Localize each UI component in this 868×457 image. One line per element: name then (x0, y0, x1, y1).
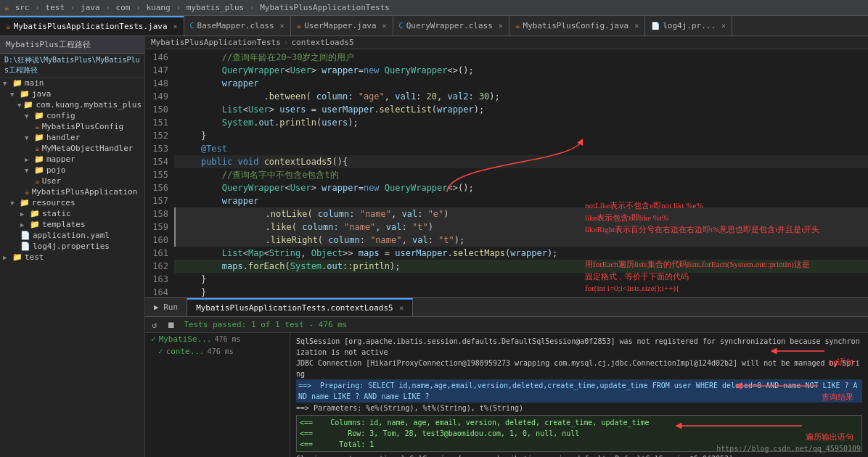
code-line-156: QueryWrapper<User> wrapper=new QueryWrap… (174, 181, 868, 194)
tab-close-1[interactable]: × (280, 22, 284, 30)
tab-close-5[interactable]: × (721, 22, 726, 30)
folder-icon: 📁 (12, 252, 22, 262)
breadcrumb-com[interactable]: com (113, 3, 134, 12)
tab-usermapper[interactable]: ☕ UserMapper.java × (291, 16, 393, 36)
tab-close-4[interactable]: × (634, 22, 639, 30)
code-line-151: System.out.println(users); (174, 116, 868, 129)
code-line-161: List<Map<String, Object>> maps = userMap… (174, 247, 868, 260)
sidebar-item-pojo[interactable]: ▼ 📁 pojo (0, 165, 144, 176)
folder-icon: 📁 (30, 220, 40, 229)
editor-content[interactable]: 146 147 148 149 150 151 152 153 154 155 … (145, 49, 868, 297)
sidebar-item-resources[interactable]: ▼ 📁 resources (0, 197, 144, 208)
test-results: ✓ MybatiSe... 476 ms ✓ conte... 476 ms S… (145, 333, 868, 457)
breadcrumb-file-icon: ☕ (4, 3, 9, 12)
tab-log4j[interactable]: 📄 log4j.pr... × (645, 16, 732, 36)
bottom-tab-run[interactable]: ▶ Run (145, 298, 187, 316)
sidebar-item-config[interactable]: ▼ 📁 config (0, 110, 144, 121)
test-item-mybatise[interactable]: ✓ MybatiSe... 476 ms (145, 333, 290, 345)
sidebar-item-handler[interactable]: ▼ 📁 handler (0, 132, 144, 143)
arrow-icon: ▼ (25, 167, 32, 174)
tab-close-3[interactable]: × (499, 22, 503, 30)
sidebar-item-main[interactable]: ▼ 📁 main (0, 78, 144, 88)
tab-mybatisplus-tests[interactable]: ☕ MybatisPlusApplicationTests.java × (0, 16, 184, 36)
sidebar-item-mybatisplusconfig[interactable]: ☕ MybatisPlusConfig (0, 121, 144, 132)
sidebar-item-log4j[interactable]: 📄 log4j.properties (0, 241, 144, 252)
test-item-label-2: conte... (166, 347, 205, 356)
sidebar-item-mymetaobjecthandler[interactable]: ☕ MyMetaObjectHandler (0, 143, 144, 154)
code-line-150: List<User> users = userMapper.selectList… (174, 103, 868, 116)
code-line-160: .likeRight( column: "name", val: "t"); (174, 234, 868, 247)
code-line-152: } (174, 129, 868, 142)
code-line-153: @Test (174, 142, 868, 155)
code-line-158: .notLike( column: "name", val: "e") (174, 207, 868, 221)
sidebar-item-com-kuang[interactable]: ▼ 📁 com.kuang.mybatis_plus (0, 99, 144, 110)
bottom-tab-tests[interactable]: MybatisPlusApplicationTests.contextLoads… (187, 298, 413, 316)
tab-basemapper[interactable]: C BaseMapper.class × (184, 16, 291, 36)
sidebar-item-test[interactable]: ▶ 📁 test (0, 252, 144, 263)
class-icon: C (190, 22, 195, 30)
sidebar-path: D:\狂神说\MyBatisPlus\MyBatisPlus工程路径 (0, 54, 144, 78)
result-note-label: 查询结果 (822, 391, 853, 403)
code-line-157: wrapper (174, 194, 868, 207)
sidebar-item-application-yaml[interactable]: 📄 application.yaml (0, 230, 144, 241)
test-item-conte[interactable]: ✓ conte... 476 ms (145, 345, 290, 358)
folder-icon: 📁 (34, 165, 44, 175)
tab-close-0[interactable]: × (173, 22, 178, 30)
arrow-icon: ▶ (25, 156, 32, 163)
arrow-icon: ▶ (3, 254, 10, 261)
test-status: Tests passed: 1 of 1 test - 476 ms (184, 320, 347, 329)
java-file-icon: ☕ (6, 22, 11, 31)
code-line-163: } (174, 273, 868, 286)
code-line-154: public void contextLoads5(){ (174, 155, 868, 168)
sidebar-item-static[interactable]: ▶ 📁 static (0, 208, 144, 219)
tab-querywrapper[interactable]: C QueryWrapper.class × (393, 16, 509, 36)
arrow-icon: ▶ (20, 221, 28, 228)
code-line-155: //查询名字中不包含e包含t的 (174, 168, 868, 181)
code-editor[interactable]: //查询年龄在20~30岁之间的用户 QueryWrapper<User> wr… (174, 49, 868, 297)
editor-wrapper: MybatisPlusApplicationTests › contextLoa… (145, 36, 868, 457)
editor-tab-bar: ☕ MybatisPlusApplicationTests.java × C B… (0, 16, 868, 36)
bottom-tab-close[interactable]: × (399, 303, 404, 313)
java-icon-2: ☕ (297, 21, 302, 30)
test-duration: 476 ms (214, 335, 240, 343)
stop-button[interactable]: ⏹ (165, 320, 178, 330)
tab-close-2[interactable]: × (382, 22, 387, 30)
breadcrumb-src[interactable]: src (12, 3, 33, 12)
foreach-arrow-svg (675, 419, 806, 433)
java-icon: ☕ (35, 122, 40, 131)
arrow-icon: ▼ (10, 91, 17, 98)
breadcrumb-java[interactable]: java (78, 3, 103, 12)
breadcrumb-class-label: MybatisPlusApplicationTests (151, 38, 281, 47)
sql-arrow-svg (770, 344, 828, 358)
breadcrumb-kuang[interactable]: kuang (144, 3, 173, 12)
yaml-icon: 📄 (20, 231, 30, 240)
pass-icon: ✓ (151, 334, 156, 344)
breadcrumb-mybatis-plus[interactable]: mybatis_plus (184, 3, 247, 12)
line-numbers: 146 147 148 149 150 151 152 153 154 155 … (145, 49, 174, 297)
output-line-2: JDBC Connection [HikariProxyConnection@1… (296, 358, 862, 379)
folder-icon: 📁 (12, 78, 22, 88)
arrow-icon: ▼ (25, 112, 32, 120)
breadcrumb-class[interactable]: MybatisPlusApplicationTests (257, 3, 393, 12)
sidebar-item-templates[interactable]: ▶ 📁 templates (0, 219, 144, 230)
code-line-147: QueryWrapper<User> wrapper=new QueryWrap… (174, 64, 868, 77)
breadcrumb-test[interactable]: test (43, 3, 68, 12)
class-icon-3: C (399, 22, 404, 30)
editor-breadcrumb: MybatisPlusApplicationTests › contextLoa… (145, 36, 868, 49)
java-icon-4: ☕ (515, 21, 520, 30)
sidebar-header: MybatisPlus工程路径 (0, 36, 144, 54)
code-line-149: .between( column: "age", val1: 20, val2:… (174, 90, 868, 103)
sidebar-item-mapper[interactable]: ▶ 📁 mapper (0, 154, 144, 165)
sql-note-label: sql语句 (828, 356, 853, 369)
main-layout: MybatisPlus工程路径 D:\狂神说\MyBatisPlus\MyBat… (0, 36, 868, 457)
folder-icon: 📁 (20, 198, 30, 207)
test-output[interactable]: SqlSession [org.apache.ibatis.session.de… (290, 333, 868, 457)
rerun-button[interactable]: ↺ (150, 320, 159, 330)
folder-icon: 📁 (20, 89, 30, 99)
project-sidebar: MybatisPlus工程路径 D:\狂神说\MyBatisPlus\MyBat… (0, 36, 145, 457)
sidebar-item-user[interactable]: ☕ User (0, 176, 144, 186)
sidebar-item-mybatisplusapplication[interactable]: ☕ MybatisPlusApplication (0, 186, 144, 197)
pass-icon-2: ✓ (158, 347, 163, 356)
tab-mybatisplusconfig[interactable]: ☕ MybatisPlusConfig.java × (509, 16, 645, 36)
sidebar-item-java[interactable]: ▼ 📁 java (0, 88, 144, 99)
